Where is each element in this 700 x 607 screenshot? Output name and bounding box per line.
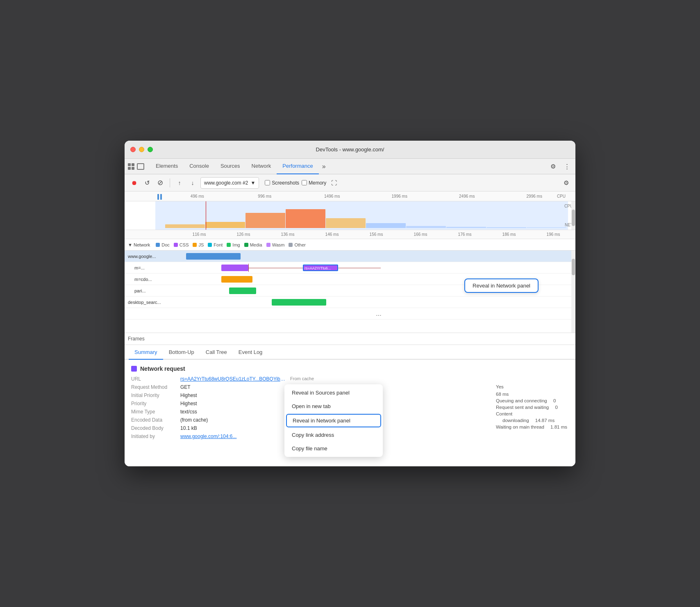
timing-queuing-val: 0 bbox=[553, 398, 556, 403]
network-scrollbar[interactable] bbox=[571, 251, 575, 333]
maximize-button[interactable] bbox=[148, 147, 153, 152]
detail-key-initiated: Initiated by bbox=[131, 434, 180, 439]
ruler-ticks-container: 496 ms 996 ms 1496 ms 1996 ms 2496 ms 29… bbox=[164, 192, 568, 201]
clear-button[interactable]: ⊘ bbox=[155, 178, 166, 188]
settings-btn-right[interactable]: ⚙ bbox=[561, 178, 571, 188]
memory-check[interactable]: Memory bbox=[302, 180, 326, 186]
settings-icon[interactable]: ⚙ bbox=[548, 161, 558, 172]
inspect-icon[interactable] bbox=[128, 163, 134, 170]
row-label-4: desktop_searc... bbox=[125, 300, 186, 305]
upload-button[interactable]: ↑ bbox=[174, 178, 185, 188]
download-button[interactable]: ↓ bbox=[187, 178, 198, 188]
more-tabs-button[interactable]: » bbox=[319, 163, 329, 170]
detail-key-initial-priority: Initial Priority bbox=[131, 392, 180, 398]
refresh-record-button[interactable]: ↺ bbox=[142, 178, 152, 188]
legend-doc: Doc bbox=[156, 242, 170, 247]
detail-key-url: URL bbox=[131, 376, 180, 382]
timing-row-sent: Request sent and waiting 0 bbox=[496, 405, 567, 410]
chart-bars bbox=[164, 203, 568, 228]
tooltip-reveal-network-top: Reveal in Network panel bbox=[464, 278, 539, 293]
screenshots-checkbox[interactable] bbox=[265, 180, 270, 185]
legend-media: Media bbox=[244, 242, 262, 247]
legend-doc-label: Doc bbox=[161, 242, 170, 247]
tab-elements[interactable]: Elements bbox=[150, 159, 184, 174]
row-bar-area-0 bbox=[186, 251, 575, 262]
network-scrollbar-thumb[interactable] bbox=[572, 259, 575, 275]
tab-performance[interactable]: Performance bbox=[277, 159, 318, 174]
playhead-line bbox=[206, 201, 206, 230]
url-selector[interactable]: www.google.com #2 ▼ bbox=[200, 177, 259, 189]
url-selector-label: www.google.com #2 bbox=[204, 180, 248, 186]
pause-indicator bbox=[157, 194, 162, 200]
mini-tick-7: 186 ms bbox=[487, 232, 531, 237]
tab-summary[interactable]: Summary bbox=[129, 345, 163, 360]
more-indicator: ... bbox=[125, 310, 575, 317]
network-rows-container: www.google... m=... bbox=[125, 251, 575, 333]
detail-key-encoded: Encoded Data bbox=[131, 417, 180, 423]
tab-call-tree[interactable]: Call Tree bbox=[200, 345, 233, 360]
mini-tick-0: 116 ms bbox=[177, 232, 221, 237]
memory-icon[interactable]: ⛶ bbox=[329, 178, 339, 188]
device-toolbar-icon[interactable] bbox=[137, 163, 144, 170]
context-menu: Reveal in Sources panel Open in new tab … bbox=[284, 384, 383, 457]
legend-js-label: JS bbox=[198, 242, 204, 247]
close-button[interactable] bbox=[130, 147, 136, 152]
ctx-copy-filename[interactable]: Copy file name bbox=[284, 442, 383, 455]
memory-checkbox[interactable] bbox=[302, 180, 307, 185]
table-row[interactable]: m=... rs=AA2YrTtu6... bbox=[125, 262, 575, 274]
scrollbar-right[interactable] bbox=[571, 201, 575, 230]
row-label-3: pari... bbox=[125, 288, 186, 293]
legend-font-dot bbox=[208, 243, 212, 247]
url-selector-chevron: ▼ bbox=[250, 180, 255, 186]
detail-val-initiated[interactable]: www.google.com/:104:6... bbox=[180, 434, 236, 439]
detail-val-url[interactable]: rs=AA2YrTtu68wU8rQSEu1zLoTY...BOBQYibAg.… bbox=[180, 376, 287, 382]
tab-console[interactable]: Console bbox=[184, 159, 215, 174]
ruler-tick-2: 1496 ms bbox=[298, 194, 366, 199]
frames-bar: Frames bbox=[125, 333, 575, 345]
tab-sources[interactable]: Sources bbox=[215, 159, 246, 174]
timing-68ms: 68 ms bbox=[496, 392, 567, 397]
legend-other-dot bbox=[289, 243, 293, 247]
devtools-window: DevTools - www.google.com/ Elements Cons… bbox=[125, 141, 575, 466]
main-tab-bar: Elements Console Sources Network Perform… bbox=[125, 159, 575, 174]
mini-tick-2: 136 ms bbox=[266, 232, 310, 237]
screenshots-check[interactable]: Screenshots bbox=[265, 180, 299, 186]
legend-img-label: Img bbox=[232, 242, 240, 247]
tab-event-log[interactable]: Event Log bbox=[233, 345, 268, 360]
table-row[interactable]: desktop_searc... bbox=[125, 297, 575, 308]
timing-row-downloading: downloading 14.87 ms bbox=[496, 418, 567, 423]
ctx-reveal-network[interactable]: Reveal in Network panel bbox=[286, 414, 381, 427]
cpu-net-chart[interactable]: CPU NET bbox=[125, 201, 575, 230]
legend-other-label: Other bbox=[294, 242, 306, 247]
detail-key-decoded: Decoded Body bbox=[131, 425, 180, 431]
ctx-copy-link[interactable]: Copy link address bbox=[284, 428, 383, 442]
chart-area bbox=[164, 203, 568, 228]
scrollbar-thumb[interactable] bbox=[572, 210, 575, 226]
tab-network[interactable]: Network bbox=[246, 159, 277, 174]
legend-font-label: Font bbox=[214, 242, 223, 247]
ctx-reveal-sources[interactable]: Reveal in Sources panel bbox=[284, 386, 383, 399]
from-cache-yes-label: Yes bbox=[496, 384, 504, 389]
row-bar-selected[interactable]: rs=AA2YrTtu6... bbox=[303, 265, 338, 271]
record-button[interactable]: ⏺ bbox=[129, 178, 139, 188]
legend-css-dot bbox=[174, 243, 178, 247]
minimize-button[interactable] bbox=[139, 147, 144, 152]
perf-settings-icon[interactable]: ⚙ bbox=[561, 178, 571, 188]
network-legend-label: ▼ Network bbox=[128, 242, 150, 247]
detail-key-priority: Priority bbox=[131, 401, 180, 406]
more-options-icon[interactable]: ⋮ bbox=[561, 161, 572, 172]
timeline-ruler-top: 496 ms 996 ms 1496 ms 1996 ms 2496 ms 29… bbox=[125, 192, 575, 201]
toolbar-checkboxes: Screenshots Memory ⛶ bbox=[265, 178, 339, 188]
ruler-tick-0: 496 ms bbox=[164, 194, 231, 199]
titlebar: DevTools - www.google.com/ bbox=[125, 141, 575, 159]
legend-wasm: Wasm bbox=[266, 242, 285, 247]
legend-css: CSS bbox=[174, 242, 189, 247]
traffic-lights bbox=[130, 147, 153, 152]
tab-bottom-up[interactable]: Bottom-Up bbox=[163, 345, 200, 360]
legend-wasm-label: Wasm bbox=[272, 242, 285, 247]
timing-row-queuing: Queuing and connecting 0 bbox=[496, 398, 567, 403]
mini-tick-6: 176 ms bbox=[443, 232, 487, 237]
timing-waiting-label: Waiting on main thread bbox=[496, 424, 544, 429]
ctx-open-tab[interactable]: Open in new tab bbox=[284, 399, 383, 413]
table-row[interactable]: www.google... bbox=[125, 251, 575, 262]
